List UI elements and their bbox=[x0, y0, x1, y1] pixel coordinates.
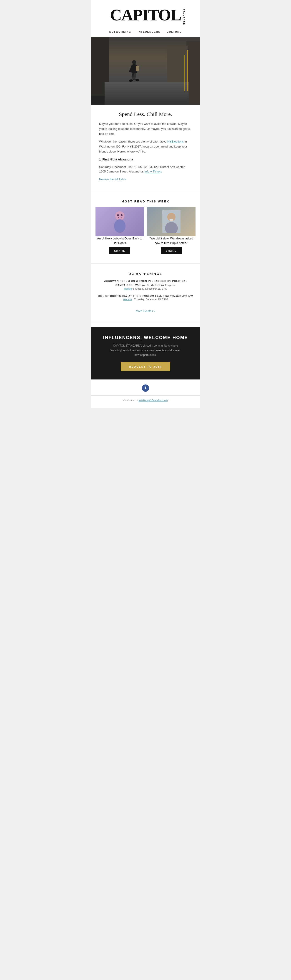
social-section: f bbox=[91, 379, 200, 395]
logo-standard: STANDARD bbox=[183, 9, 185, 25]
alley-floor-decoration bbox=[105, 82, 189, 105]
dc-happenings-section: DC HAPPENINGS MCGOWAN FORUM ON WOMEN IN … bbox=[91, 268, 200, 318]
card-1-illustration bbox=[111, 210, 129, 233]
svg-point-0 bbox=[132, 60, 136, 64]
divider-2 bbox=[91, 263, 200, 264]
influencers-title: INFLUENCERS, WELCOME HOME bbox=[98, 335, 193, 340]
article-body: Maybe you don't do clubs. Or you want to… bbox=[99, 121, 192, 182]
more-events-link[interactable]: More Events >> bbox=[136, 310, 155, 313]
railing-decoration-2 bbox=[184, 55, 185, 91]
influencers-description: CAPITOL STANDARD's LinkedIn community is… bbox=[109, 344, 182, 357]
card-2-image bbox=[147, 207, 195, 236]
cards-row: An Unlikely Lobbyist Goes Back to Her Ro… bbox=[96, 207, 195, 254]
card-2-title: "We did it slow. We always asked how to … bbox=[147, 236, 195, 245]
most-read-header: MOST READ THIS WEEK bbox=[91, 196, 200, 207]
svg-rect-2 bbox=[136, 66, 139, 71]
svg-point-8 bbox=[115, 211, 124, 220]
article-paragraph-1: Maybe you don't do clubs. Or you want to… bbox=[99, 121, 192, 137]
svg-point-10 bbox=[117, 214, 119, 216]
footer-text: Contact us at info@capitolstandard.com bbox=[96, 399, 195, 401]
email-container: CAPITOL STANDARD NETWORKING INFLUENCERS … bbox=[91, 0, 200, 408]
happening-1-title: MCGOWAN FORUM ON WOMEN IN LEADERSHIP: PO… bbox=[98, 279, 193, 287]
happening-1-detail-text: | Tuesday, December 13, 9 AM bbox=[133, 287, 167, 290]
influencers-banner: INFLUENCERS, WELCOME HOME CAPITOL STANDA… bbox=[91, 327, 200, 379]
footer: Contact us at info@capitolstandard.com bbox=[91, 395, 200, 408]
dc-happenings-content: MCGOWAN FORUM ON WOMEN IN LEADERSHIP: PO… bbox=[91, 279, 200, 318]
svg-point-9 bbox=[114, 219, 125, 233]
happening-1: MCGOWAN FORUM ON WOMEN IN LEADERSHIP: PO… bbox=[98, 279, 193, 290]
navigation: NETWORKING INFLUENCERS CULTURE bbox=[91, 27, 200, 37]
svg-point-11 bbox=[121, 214, 123, 216]
footer-email-link[interactable]: info@capitolstandard.com bbox=[139, 399, 168, 401]
nav-influencers[interactable]: INFLUENCERS bbox=[138, 30, 160, 33]
footer-text-prefix: Contact us at bbox=[123, 399, 139, 401]
happening-2-title: BILL OF RIGHTS DAY AT THE NEWSEUM | 555 … bbox=[98, 294, 193, 298]
paragraph-2-prefix: Whatever the reason, there are plenty of… bbox=[99, 140, 167, 143]
header: CAPITOL STANDARD bbox=[91, 0, 200, 27]
nye-options-link[interactable]: NYE options bbox=[167, 140, 184, 143]
most-read-cards: An Unlikely Lobbyist Goes Back to Her Ro… bbox=[91, 207, 200, 259]
article-subheading: 1. First Night Alexandria bbox=[99, 157, 192, 162]
logo-capitol: CAPITOL bbox=[110, 7, 181, 23]
article-headline: Spend Less. Chill More. bbox=[99, 111, 192, 117]
article-detail: Saturday, December 31st, 10 AM-12 PM, $2… bbox=[99, 165, 192, 174]
happening-1-detail: Website | Tuesday, December 13, 9 AM bbox=[98, 287, 193, 290]
person-silhouette bbox=[127, 59, 141, 87]
article-paragraph-2: Whatever the reason, there are plenty of… bbox=[99, 139, 192, 154]
card-1-title: An Unlikely Lobbyist Goes Back to Her Ro… bbox=[96, 236, 144, 245]
railing-decoration bbox=[187, 50, 188, 91]
most-read-section: MOST READ THIS WEEK An bbox=[91, 196, 200, 259]
card-1: An Unlikely Lobbyist Goes Back to Her Ro… bbox=[96, 207, 144, 254]
svg-point-6 bbox=[135, 78, 139, 82]
main-article: Spend Less. Chill More. Maybe you don't … bbox=[91, 105, 200, 186]
nav-culture[interactable]: CULTURE bbox=[167, 30, 182, 33]
svg-point-5 bbox=[129, 79, 133, 82]
happening-2-detail-text: | Thursday, December 15, 7 PM bbox=[133, 298, 168, 301]
facebook-link[interactable]: f bbox=[142, 385, 149, 392]
card-2-photo bbox=[162, 210, 181, 233]
happening-2: BILL OF RIGHTS DAY AT THE NEWSEUM | 555 … bbox=[98, 294, 193, 301]
card-2: "We did it slow. We always asked how to … bbox=[147, 207, 195, 254]
happening-2-detail: Website | Thursday, December 15, 7 PM bbox=[98, 298, 193, 301]
request-to-join-button[interactable]: REQUEST TO JOIN bbox=[121, 362, 170, 371]
article-detail-text: Saturday, December 31st, 10 AM-12 PM, $2… bbox=[99, 165, 185, 173]
happening-2-link[interactable]: Website bbox=[123, 298, 132, 301]
review-full-list-link[interactable]: Review the full list>> bbox=[99, 178, 126, 181]
happening-1-link[interactable]: Website bbox=[124, 287, 133, 290]
hero-image bbox=[91, 37, 200, 105]
card-1-image bbox=[96, 207, 144, 236]
card-1-share-button[interactable]: SHARE bbox=[109, 247, 130, 254]
svg-rect-15 bbox=[169, 219, 173, 221]
dc-happenings-header: DC HAPPENINGS bbox=[91, 268, 200, 279]
logo-wrapper: CAPITOL STANDARD bbox=[110, 7, 181, 23]
nav-networking[interactable]: NETWORKING bbox=[109, 30, 131, 33]
info-tickets-link[interactable]: Info + Tickets bbox=[144, 170, 162, 173]
card-2-share-button[interactable]: SHARE bbox=[161, 247, 182, 254]
